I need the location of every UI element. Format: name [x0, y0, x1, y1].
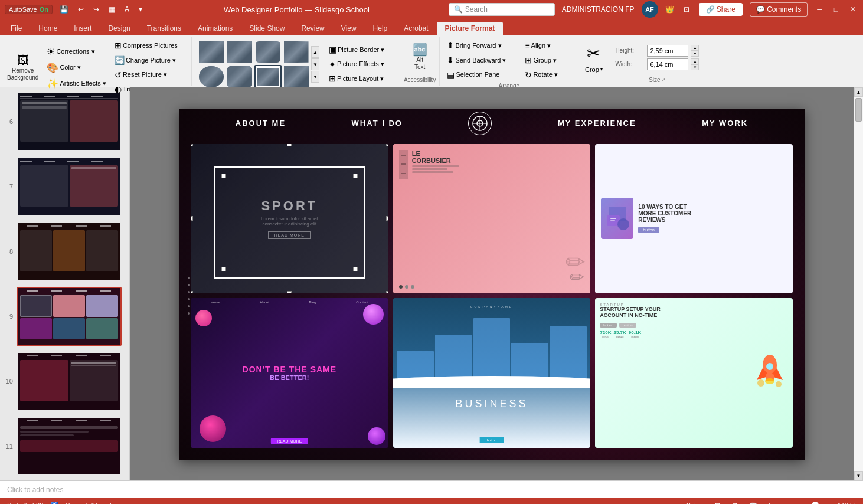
reading-view-btn[interactable]: 📖	[747, 501, 760, 505]
group-button[interactable]: ⊞ Group ▾	[521, 54, 574, 67]
autosave-badge[interactable]: AutoSave On	[5, 5, 53, 14]
style-7[interactable]	[254, 65, 282, 89]
undo-button[interactable]: ↩	[76, 4, 86, 15]
startup-card[interactable]: STARTUP STARTUP SETUP YOURACCOUNT IN NO-…	[595, 298, 793, 448]
style-3[interactable]	[254, 40, 282, 64]
slide-img-10[interactable]	[17, 352, 122, 411]
tab-transitions[interactable]: Transitions	[139, 22, 189, 35]
crop-handle-tr[interactable]	[353, 174, 358, 178]
send-backward-button[interactable]: ⬇ Send Backward ▾	[443, 54, 520, 67]
style-1[interactable]	[198, 40, 225, 64]
nav-about-me[interactable]: ABOUT ME	[236, 119, 286, 127]
crop-handle-bl[interactable]	[221, 267, 226, 271]
handle-bot-left[interactable]	[191, 291, 193, 293]
ten-ways-card[interactable]: 10 WAYS TO GETMORE CUSTOMERREVIEWS butto…	[595, 144, 793, 294]
tab-insert[interactable]: Insert	[66, 22, 100, 35]
normal-view-btn[interactable]: ⊡	[712, 501, 723, 505]
corrections-button[interactable]: ☀ Corrections ▾	[43, 44, 110, 59]
slide-thumb-6[interactable]: 6	[2, 91, 127, 152]
accessibility-check-button[interactable]: A	[122, 4, 132, 15]
remove-background-button[interactable]: 🖼 RemoveBackground	[4, 52, 42, 84]
slide-thumb-9[interactable]: 9	[2, 286, 127, 347]
slide-img-11[interactable]	[17, 417, 122, 476]
comments-button[interactable]: 💬 Comments	[750, 2, 808, 17]
slide-img-7[interactable]	[17, 157, 122, 216]
style-5[interactable]	[198, 65, 225, 89]
slide-thumb-8[interactable]: 8	[2, 221, 127, 282]
nav-work[interactable]: MY WORK	[702, 119, 748, 127]
scroll-track[interactable]	[854, 97, 863, 471]
restore-button[interactable]: □	[832, 4, 841, 15]
ways-btn[interactable]: button	[638, 227, 659, 233]
tab-design[interactable]: Design	[100, 22, 138, 35]
close-button[interactable]: ✕	[848, 4, 858, 15]
slide-img-8[interactable]	[17, 222, 122, 281]
handle-top-left[interactable]	[191, 144, 193, 146]
tab-help[interactable]: Help	[365, 22, 396, 35]
slideshow-btn[interactable]: ▶	[767, 501, 776, 505]
style-2[interactable]	[226, 40, 253, 64]
width-up[interactable]: ▲	[691, 58, 699, 64]
size-expand[interactable]: ⤢	[662, 77, 666, 83]
tab-animations[interactable]: Animations	[189, 22, 241, 35]
width-input[interactable]	[647, 58, 688, 70]
crop-handle-br[interactable]	[353, 267, 358, 271]
compress-pictures-button[interactable]: ⊞ Compress Pictures	[111, 39, 188, 53]
scroll-up-btn[interactable]: ▲	[854, 87, 863, 97]
height-input[interactable]	[647, 45, 688, 57]
handle-mid-left[interactable]	[191, 216, 193, 221]
slide-img-9[interactable]	[17, 287, 122, 346]
tab-acrobat[interactable]: Acrobat	[395, 22, 436, 35]
user-avatar[interactable]: AF	[642, 1, 658, 18]
customize-button[interactable]: ▾	[136, 4, 145, 15]
tab-review[interactable]: Review	[293, 22, 332, 35]
space-card[interactable]: Home About Blog Contact DON'T BE THE SAM…	[191, 298, 388, 448]
business-card[interactable]: COMPANYNAME BUSINESS button	[393, 298, 591, 448]
sport-read-more[interactable]: READ MORE	[268, 231, 311, 239]
sport-card[interactable]: SPORT Lorem ipsum dolor sit ametconsecte…	[191, 144, 388, 294]
alt-text-button[interactable]: 🔤 AltText	[405, 41, 434, 73]
tab-home[interactable]: Home	[30, 22, 66, 35]
biz-btn[interactable]: button	[480, 437, 504, 443]
tab-file[interactable]: File	[2, 22, 30, 35]
startup-btn-2[interactable]: button	[619, 323, 636, 328]
handle-bot-right[interactable]	[386, 291, 388, 293]
space-read-more[interactable]: READ MORE	[271, 438, 308, 444]
change-picture-button[interactable]: 🔄 Change Picture ▾	[111, 54, 188, 67]
minimize-button[interactable]: ─	[815, 4, 825, 15]
handle-top-mid[interactable]	[287, 144, 292, 146]
save-button[interactable]: 💾	[57, 4, 71, 15]
width-down[interactable]: ▼	[691, 64, 699, 70]
crop-handle-tl[interactable]	[221, 174, 226, 178]
canvas-area[interactable]: ABOUT ME WHAT I DO MY EXPERIENCE MY WORK	[130, 87, 854, 480]
tab-slideshow[interactable]: Slide Show	[241, 22, 293, 35]
picture-effects-button[interactable]: ✦ Picture Effects ▾	[325, 58, 396, 71]
presentation-mode-button[interactable]: ▦	[106, 4, 117, 15]
bring-forward-button[interactable]: ⬆ Bring Forward ▾	[443, 39, 520, 53]
tab-view[interactable]: View	[333, 22, 365, 35]
style-6[interactable]	[226, 65, 253, 89]
style-4[interactable]	[283, 40, 310, 64]
slide-thumb-10[interactable]: 10	[2, 351, 127, 412]
slide-thumb-7[interactable]: 7	[2, 156, 127, 217]
style-8[interactable]	[283, 65, 310, 89]
picture-layout-button[interactable]: ⊞ Picture Layout ▾	[325, 72, 396, 86]
scroll-thumb[interactable]	[855, 98, 862, 122]
gallery-expand[interactable]: ▾	[311, 71, 319, 83]
slide-thumb-11[interactable]: 11	[2, 415, 127, 477]
nav-what-i-do[interactable]: WHAT I DO	[352, 119, 403, 127]
picture-border-button[interactable]: ▣ Picture Border ▾	[325, 43, 396, 57]
artistic-effects-button[interactable]: ✨ Artistic Effects ▾	[43, 76, 110, 91]
rotate-button[interactable]: ↻ Rotate ▾	[521, 68, 574, 82]
crop-dropdown-arrow[interactable]: ▾	[600, 67, 603, 72]
handle-top-right[interactable]	[386, 144, 388, 146]
reset-picture-button[interactable]: ↺ Reset Picture ▾	[111, 68, 188, 82]
scroll-down-btn[interactable]: ▼	[854, 471, 863, 480]
tab-picture-format[interactable]: Picture Format	[437, 22, 504, 35]
handle-mid-right[interactable]	[386, 216, 388, 221]
slide-img-6[interactable]	[17, 92, 122, 151]
share-button[interactable]: 🔗 Share	[699, 3, 743, 16]
height-down[interactable]: ▼	[691, 51, 699, 57]
align-button[interactable]: ≡ Align ▾	[521, 39, 574, 53]
zoom-thumb[interactable]	[812, 502, 819, 504]
